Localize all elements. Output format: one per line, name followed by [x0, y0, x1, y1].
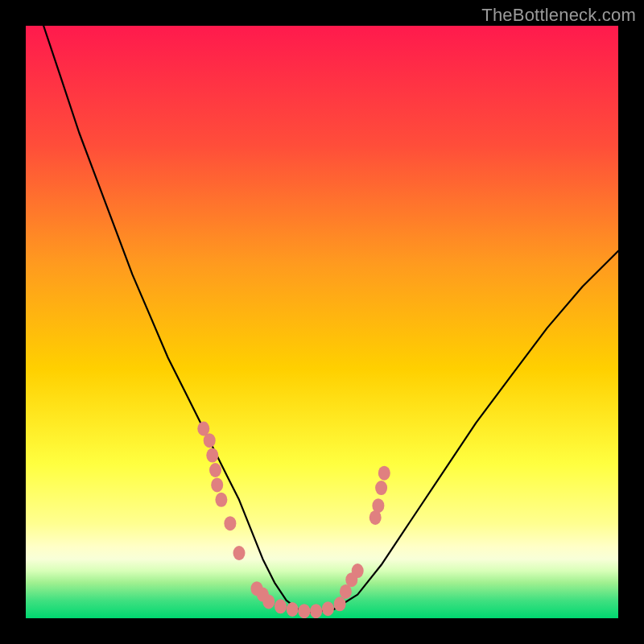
marker-dot	[262, 594, 275, 609]
marker-dot	[352, 564, 364, 578]
marker-dot	[209, 463, 221, 477]
marker-dot	[372, 498, 384, 513]
bottleneck-chart	[26, 26, 618, 618]
watermark-text: TheBottleneck.com	[481, 5, 636, 26]
marker-dot	[375, 481, 387, 495]
marker-dot	[322, 601, 334, 616]
marker-dot	[206, 448, 218, 463]
marker-dot	[275, 599, 287, 613]
marker-dot	[204, 433, 216, 448]
marker-dot	[334, 597, 346, 611]
marker-dot	[224, 516, 236, 530]
marker-dot	[287, 602, 299, 617]
marker-dot	[298, 604, 310, 618]
marker-dot	[378, 466, 390, 481]
marker-dot	[215, 493, 227, 507]
marker-dot	[211, 477, 223, 492]
gradient-background	[26, 26, 618, 618]
marker-dot	[233, 546, 246, 560]
marker-dot	[310, 604, 322, 618]
chart-frame	[26, 26, 618, 618]
